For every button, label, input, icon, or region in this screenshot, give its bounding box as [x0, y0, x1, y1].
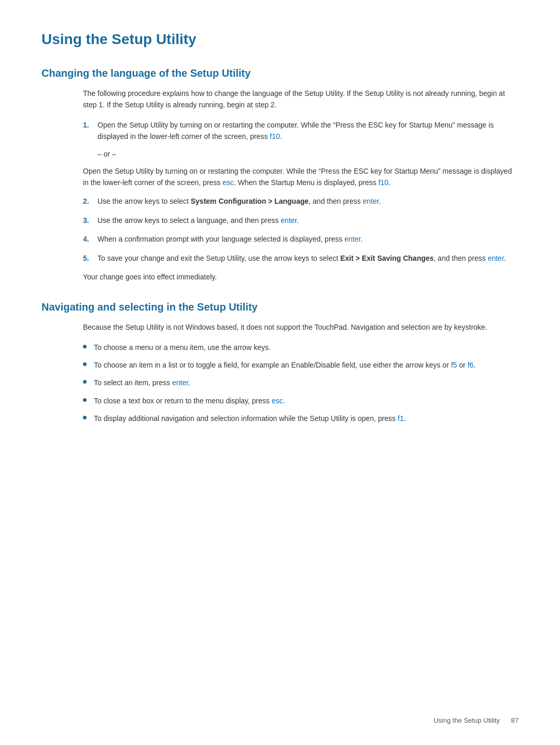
step-5-end: . — [504, 254, 506, 262]
step-4-link-enter[interactable]: enter — [344, 235, 360, 243]
step-5-link-enter[interactable]: enter — [488, 254, 504, 262]
step-3: Use the arrow keys to select a language,… — [83, 215, 519, 226]
bullet-list: To choose a menu or a menu item, use the… — [83, 342, 519, 425]
bullet-1: To choose a menu or a menu item, use the… — [83, 342, 519, 353]
section2-intro: Because the Setup Utility is not Windows… — [83, 321, 519, 333]
bullet-5-link-f1[interactable]: f1 — [398, 414, 404, 423]
bullet-5-before: To display additional navigation and sel… — [94, 414, 398, 423]
step-5-content: To save your change and exit the Setup U… — [97, 252, 519, 264]
step-5-bold: Exit > Exit Saving Changes — [340, 254, 433, 262]
step-3-end: . — [297, 216, 299, 224]
section-navigating: Navigating and selecting in the Setup Ut… — [41, 301, 519, 424]
or-divider: – or – — [97, 150, 519, 158]
steps-list-continued: Use the arrow keys to select System Conf… — [83, 195, 519, 264]
bullet-3-dot — [83, 380, 87, 384]
steps-list: Open the Setup Utility by turning on or … — [83, 119, 519, 143]
bullet-4-before: To close a text box or return to the men… — [94, 397, 272, 405]
step-2-bold: System Configuration > Language — [191, 197, 309, 205]
step-1-link-f10[interactable]: f10 — [270, 132, 279, 140]
step-5-after: , and then press — [433, 254, 487, 262]
followup-end: . — [388, 178, 390, 187]
step-3-content: Use the arrow keys to select a language,… — [97, 215, 519, 226]
bullet-2-mid: or — [457, 361, 467, 369]
step-4-content: When a confirmation prompt with your lan… — [97, 233, 519, 245]
bullet-2-end: . — [473, 361, 475, 369]
step-5: To save your change and exit the Setup U… — [83, 252, 519, 264]
step-4-before: When a confirmation prompt with your lan… — [97, 235, 344, 243]
step-1-text-period: . — [280, 132, 282, 140]
bullet-2: To choose an item in a list or to toggle… — [83, 359, 519, 371]
section2-title: Navigating and selecting in the Setup Ut… — [41, 301, 519, 313]
bullet-2-link-f5[interactable]: f5 — [451, 361, 457, 369]
bullet-3-content: To select an item, press enter. — [94, 377, 190, 388]
bullet-4-end: . — [283, 397, 285, 405]
step-5-before: To save your change and exit the Setup U… — [97, 254, 340, 262]
bullet-5: To display additional navigation and sel… — [83, 413, 519, 424]
step-2-end: . — [379, 197, 381, 205]
bullet-3-before: To select an item, press — [94, 378, 172, 387]
page-title: Using the Setup Utility — [41, 31, 519, 52]
followup-link-f10[interactable]: f10 — [379, 178, 388, 187]
footer-spacer — [501, 716, 509, 724]
step-1-text-before: Open the Setup Utility by turning on or … — [97, 121, 494, 140]
section1-title: Changing the language of the Setup Utili… — [41, 67, 519, 79]
bullet-1-dot — [83, 345, 87, 348]
bullet-3-end: . — [188, 378, 190, 387]
bullet-2-before: To choose an item in a list or to toggle… — [94, 361, 451, 369]
step-1: Open the Setup Utility by turning on or … — [83, 119, 519, 143]
step-1-content: Open the Setup Utility by turning on or … — [97, 119, 519, 143]
after-steps-text: Your change goes into effect immediately… — [83, 271, 519, 283]
section-changing-language: Changing the language of the Setup Utili… — [41, 67, 519, 283]
bullet-3: To select an item, press enter. — [83, 377, 519, 388]
footer-page-number: 87 — [511, 716, 519, 724]
bullet-4-dot — [83, 398, 87, 402]
or-followup-text: Open the Setup Utility by turning on or … — [83, 165, 519, 189]
followup-mid: . When the Startup Menu is displayed, pr… — [234, 178, 379, 187]
step-4-end: . — [360, 235, 362, 243]
bullet-5-content: To display additional navigation and sel… — [94, 413, 406, 424]
section1-intro: The following procedure explains how to … — [83, 88, 519, 111]
step-2-after: , and then press — [309, 197, 362, 205]
bullet-2-link-f6[interactable]: f6 — [468, 361, 474, 369]
footer-text: Using the Setup Utility — [433, 716, 500, 724]
bullet-4-link-esc[interactable]: esc — [272, 397, 283, 405]
step-2-before: Use the arrow keys to select — [97, 197, 191, 205]
bullet-1-text: To choose a menu or a menu item, use the… — [94, 342, 271, 353]
step-2-content: Use the arrow keys to select System Conf… — [97, 195, 519, 207]
bullet-3-link-enter[interactable]: enter — [172, 378, 188, 387]
bullet-2-dot — [83, 362, 87, 366]
bullet-4-content: To close a text box or return to the men… — [94, 395, 285, 406]
step-3-before: Use the arrow keys to select a language,… — [97, 216, 281, 224]
bullet-5-dot — [83, 416, 87, 419]
bullet-2-content: To choose an item in a list or to toggle… — [94, 359, 475, 371]
page-footer: Using the Setup Utility 87 — [433, 716, 519, 724]
followup-link-esc[interactable]: esc — [222, 178, 234, 187]
step-2: Use the arrow keys to select System Conf… — [83, 195, 519, 207]
step-3-link-enter[interactable]: enter — [281, 216, 297, 224]
step-2-link-enter[interactable]: enter — [363, 197, 379, 205]
bullet-4: To close a text box or return to the men… — [83, 395, 519, 406]
step-4: When a confirmation prompt with your lan… — [83, 233, 519, 245]
bullet-5-end: . — [404, 414, 406, 423]
